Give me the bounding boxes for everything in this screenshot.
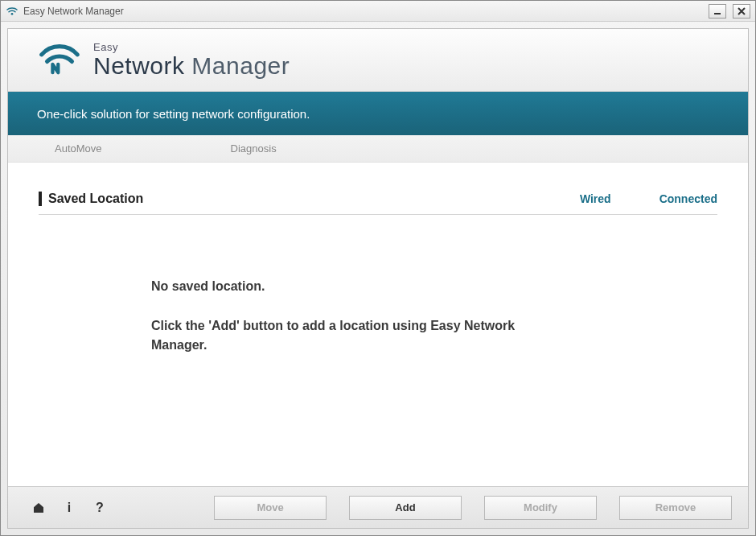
- tagline-banner: One-click solution for setting network c…: [8, 92, 748, 135]
- help-icon[interactable]: ?: [92, 500, 108, 516]
- main-panel: Saved Location Wired Connected No saved …: [8, 163, 748, 486]
- modify-button[interactable]: Modify: [484, 496, 597, 520]
- tagline-text: One-click solution for setting network c…: [37, 107, 310, 121]
- footer-bar: i ? Move Add Modify Remove: [8, 486, 748, 528]
- logo-icon: [37, 39, 82, 81]
- remove-button[interactable]: Remove: [619, 496, 732, 520]
- logo-text: Easy Network Manager: [93, 42, 290, 78]
- app-window: Easy Network Manager Easy Netw: [0, 0, 756, 536]
- status-state: Connected: [659, 192, 717, 205]
- logo-big: Network Manager: [93, 54, 290, 78]
- window-title: Easy Network Manager: [23, 6, 124, 17]
- section-title: Saved Location: [48, 192, 143, 206]
- logo-small: Easy: [93, 42, 290, 52]
- tab-diagnosis[interactable]: Diagnosis: [231, 142, 277, 155]
- empty-line2: Click the 'Add' button to add a location…: [151, 316, 569, 355]
- svg-point-0: [11, 13, 14, 15]
- empty-line1: No saved location.: [151, 279, 569, 294]
- content-frame: Easy Network Manager One-click solution …: [7, 28, 749, 529]
- tab-row: AutoMove Diagnosis: [8, 135, 748, 163]
- app-icon: [6, 5, 18, 18]
- home-icon[interactable]: [31, 500, 47, 516]
- close-button[interactable]: [733, 4, 750, 19]
- titlebar: Easy Network Manager: [1, 1, 755, 22]
- empty-state: No saved location. Click the 'Add' butto…: [151, 279, 569, 355]
- svg-rect-1: [714, 13, 721, 14]
- status-type: Wired: [580, 192, 611, 205]
- minimize-button[interactable]: [709, 4, 726, 19]
- info-icon[interactable]: i: [61, 500, 77, 516]
- logo-band: Easy Network Manager: [8, 29, 748, 92]
- section-header: Saved Location Wired Connected: [39, 192, 717, 215]
- add-button[interactable]: Add: [349, 496, 462, 520]
- tab-automove[interactable]: AutoMove: [55, 142, 102, 155]
- section-accent-bar: [39, 192, 42, 206]
- move-button[interactable]: Move: [214, 496, 327, 520]
